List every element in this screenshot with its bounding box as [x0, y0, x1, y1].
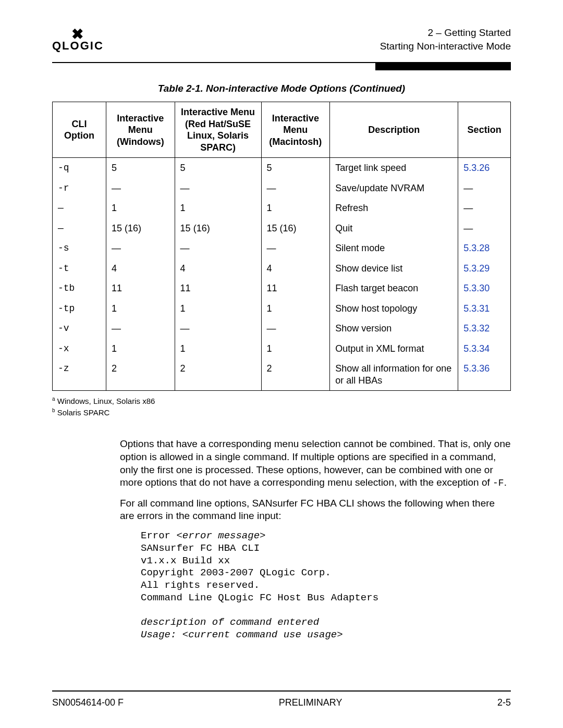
cell-menu-mac: —: [261, 178, 330, 199]
cell-cli-option: -t: [53, 258, 106, 279]
cell-section[interactable]: 5.3.36: [458, 359, 511, 391]
cell-menu-win: 1: [106, 339, 175, 359]
cell-section[interactable]: 5.3.32: [458, 318, 511, 339]
cell-menu-mac: 1: [261, 339, 330, 359]
cell-cli-option: -v: [53, 318, 106, 339]
paragraph-1: Options that have a corresponding menu s…: [120, 438, 511, 489]
col-description: Description: [330, 102, 458, 158]
cell-menu-win: 5: [106, 158, 175, 178]
cell-menu-mac: 2: [261, 359, 330, 391]
logo-text: QLOGIC: [52, 39, 104, 53]
cell-menu-win: —: [106, 178, 175, 199]
logo-mark-icon: ✖: [71, 29, 84, 40]
cell-section[interactable]: 5.3.30: [458, 278, 511, 299]
cell-menu-win: 1: [106, 198, 175, 218]
page-header: ✖ QLOGIC 2 – Getting Started Starting No…: [52, 26, 511, 59]
table-header-row: CLI Option Interactive Menu (Windows) In…: [53, 102, 511, 158]
cell-menu-mac: 5: [261, 158, 330, 178]
table-row: -t444Show device list5.3.29: [53, 258, 511, 279]
table-row: -x111Output in XML format5.3.34: [53, 339, 511, 359]
cell-section[interactable]: 5.3.31: [458, 299, 511, 319]
cell-menu-lin: 15 (16): [175, 218, 261, 239]
table-row: -q555Target link speed5.3.26: [53, 158, 511, 178]
cell-menu-lin: —: [175, 178, 261, 199]
table-row: -z222Show all information for one or all…: [53, 359, 511, 391]
cell-menu-lin: 11: [175, 278, 261, 299]
cell-menu-lin: 1: [175, 198, 261, 218]
cell-menu-lin: 1: [175, 299, 261, 319]
cell-cli-option: -x: [53, 339, 106, 359]
cell-description: Show version: [330, 318, 458, 339]
cell-menu-mac: 11: [261, 278, 330, 299]
cell-menu-mac: —: [261, 238, 330, 258]
col-interactive-linux: Interactive Menu (Red Hat/SuSE Linux, So…: [175, 102, 261, 158]
cell-menu-mac: 1: [261, 198, 330, 218]
cell-section[interactable]: 5.3.29: [458, 258, 511, 279]
table-row: -v———Show version5.3.32: [53, 318, 511, 339]
cell-section: —: [458, 198, 511, 218]
table-footnotes: a Windows, Linux, Solaris x86 b Solaris …: [52, 396, 511, 417]
cell-cli-option: -tb: [53, 278, 106, 299]
cell-section[interactable]: 5.3.26: [458, 158, 511, 178]
cell-description: Refresh: [330, 198, 458, 218]
cell-menu-lin: 1: [175, 339, 261, 359]
table-row: —111Refresh—: [53, 198, 511, 218]
cell-section[interactable]: 5.3.28: [458, 238, 511, 258]
col-cli-option: CLI Option: [53, 102, 106, 158]
cell-menu-lin: —: [175, 318, 261, 339]
footer-rule: [52, 690, 511, 692]
cell-cli-option: -tp: [53, 299, 106, 319]
cell-section: —: [458, 178, 511, 199]
footnote-a: a Windows, Linux, Solaris x86: [52, 396, 511, 405]
breadcrumb-line-1: 2 – Getting Started: [380, 26, 511, 40]
cell-description: Show device list: [330, 258, 458, 279]
cell-menu-win: 4: [106, 258, 175, 279]
footer-page-number: 2-5: [497, 697, 511, 708]
cell-description: Output in XML format: [330, 339, 458, 359]
cell-menu-mac: 4: [261, 258, 330, 279]
col-interactive-mac: Interactive Menu (Macintosh): [261, 102, 330, 158]
cell-menu-win: 15 (16): [106, 218, 175, 239]
code-block: Error <error message> SANsurfer FC HBA C…: [141, 530, 511, 641]
cell-menu-lin: 5: [175, 158, 261, 178]
cell-menu-mac: 1: [261, 299, 330, 319]
cell-menu-win: 2: [106, 359, 175, 391]
cell-description: Target link speed: [330, 158, 458, 178]
header-breadcrumb: 2 – Getting Started Starting Non-interac…: [380, 26, 511, 53]
cell-menu-mac: —: [261, 318, 330, 339]
cell-description: Silent mode: [330, 238, 458, 258]
cell-cli-option: -s: [53, 238, 106, 258]
cell-menu-win: 1: [106, 299, 175, 319]
table-row: -s———Silent mode5.3.28: [53, 238, 511, 258]
header-black-bar: [375, 63, 511, 70]
body-copy: Options that have a corresponding menu s…: [120, 438, 511, 641]
cell-menu-lin: 4: [175, 258, 261, 279]
cell-cli-option: -q: [53, 158, 106, 178]
cell-menu-win: —: [106, 318, 175, 339]
table-row: -tb111111Flash target beacon5.3.30: [53, 278, 511, 299]
footnote-b: b Solaris SPARC: [52, 408, 511, 417]
cell-menu-win: 11: [106, 278, 175, 299]
cell-cli-option: -z: [53, 359, 106, 391]
cell-description: Save/update NVRAM: [330, 178, 458, 199]
options-table: CLI Option Interactive Menu (Windows) In…: [52, 102, 511, 391]
cell-menu-lin: —: [175, 238, 261, 258]
cell-description: Quit: [330, 218, 458, 239]
cell-menu-mac: 15 (16): [261, 218, 330, 239]
table-caption: Table 2-1. Non-interactive Mode Options …: [52, 83, 511, 94]
logo: ✖ QLOGIC: [52, 29, 104, 53]
cell-description: Flash target beacon: [330, 278, 458, 299]
page-footer: SN0054614-00 F PRELIMINARY 2-5: [52, 697, 511, 708]
cell-cli-option: —: [53, 198, 106, 218]
cell-section[interactable]: 5.3.34: [458, 339, 511, 359]
table-row: —15 (16)15 (16)15 (16)Quit—: [53, 218, 511, 239]
cell-menu-lin: 2: [175, 359, 261, 391]
footer-doc-number: SN0054614-00 F: [52, 697, 124, 708]
footer-status: PRELIMINARY: [279, 697, 342, 708]
cell-section: —: [458, 218, 511, 239]
cell-description: Show all information for one or all HBAs: [330, 359, 458, 391]
breadcrumb-line-2: Starting Non-interactive Mode: [380, 40, 511, 53]
cell-menu-win: —: [106, 238, 175, 258]
cell-cli-option: —: [53, 218, 106, 239]
table-row: -tp111Show host topology5.3.31: [53, 299, 511, 319]
